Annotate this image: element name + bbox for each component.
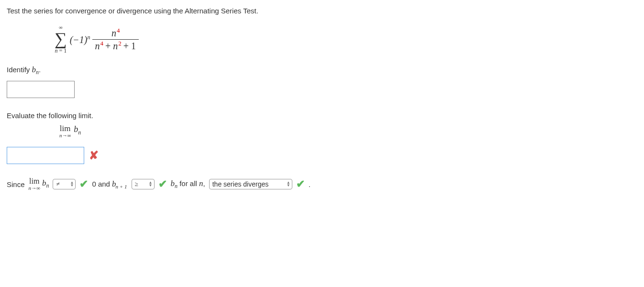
- limit-expression: lim n→∞: [59, 124, 71, 138]
- question-prompt: Test the series for convergence or diver…: [7, 7, 637, 15]
- alternating-coefficient: (−1)n: [70, 34, 90, 45]
- comparison-dropdown-2[interactable]: ≥ ▲▼: [132, 179, 155, 189]
- check-icon: ✔: [158, 178, 167, 190]
- comparison-dropdown-1[interactable]: ≠ ▲▼: [53, 179, 76, 189]
- sigma-symbol: ∑: [55, 30, 67, 47]
- sum-lower-limit: n = 1: [55, 47, 67, 55]
- series-expression: ∞ ∑ n = 1 (−1)n n4 n4 + n2 + 1: [55, 24, 637, 55]
- check-icon: ✔: [79, 178, 88, 190]
- identify-bn-label: Identify bn.: [7, 65, 637, 76]
- limit-answer-input[interactable]: [7, 147, 84, 164]
- stepper-icon: ▲▼: [70, 181, 74, 187]
- limit-bn: bn: [74, 124, 81, 136]
- fraction-term: n4 n4 + n2 + 1: [92, 27, 139, 52]
- stepper-icon: ▲▼: [287, 181, 290, 187]
- evaluate-limit-label: Evaluate the following limit.: [7, 111, 637, 120]
- identify-bn-input[interactable]: [7, 81, 75, 98]
- wrong-icon: ✘: [89, 149, 99, 162]
- check-icon: ✔: [296, 178, 305, 190]
- conclusion-line: Since lim n→∞ bn ≠ ▲▼ ✔ 0 and bn + 1 ≥ ▲…: [7, 177, 637, 191]
- inline-limit: lim n→∞: [29, 177, 40, 191]
- stepper-icon: ▲▼: [149, 181, 153, 187]
- conclusion-dropdown[interactable]: the series diverges ▲▼: [209, 179, 292, 189]
